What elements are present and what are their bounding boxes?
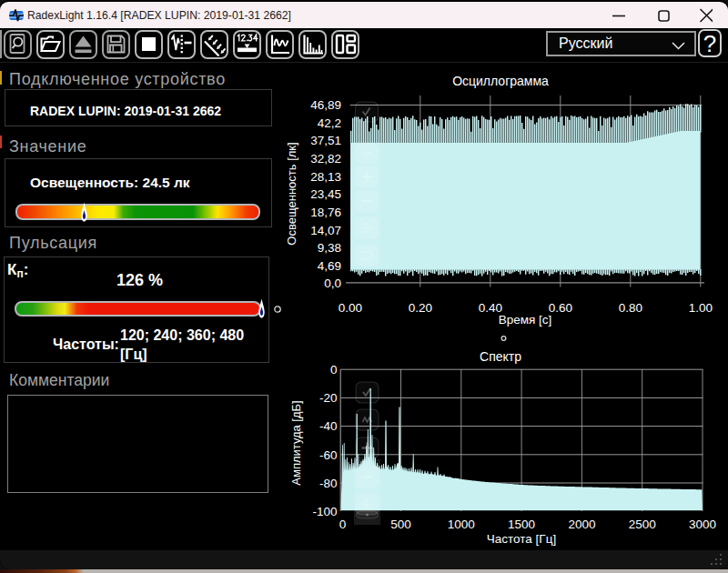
- svg-text:9,38: 9,38: [318, 241, 341, 255]
- svg-text:-60: -60: [319, 448, 338, 462]
- svg-text:0,0: 0,0: [324, 276, 341, 290]
- svg-text:-100: -100: [312, 505, 337, 518]
- svg-text:1500: 1500: [508, 518, 535, 531]
- svg-text:4,69: 4,69: [318, 259, 341, 273]
- svg-text:Частота [Гц]: Частота [Гц]: [487, 532, 556, 546]
- svg-text:0.00: 0.00: [339, 301, 362, 315]
- svg-text:0: 0: [339, 518, 347, 531]
- svg-text:32,82: 32,82: [310, 152, 341, 166]
- svg-text:1.00: 1.00: [689, 301, 713, 315]
- svg-text:14,07: 14,07: [310, 224, 341, 237]
- svg-text:18,76: 18,76: [310, 206, 341, 219]
- svg-text:Осциллограмма: Осциллограмма: [452, 74, 549, 88]
- svg-text:Спектр: Спектр: [480, 349, 521, 364]
- svg-text:-20: -20: [319, 391, 338, 405]
- svg-text:0.60: 0.60: [549, 301, 572, 315]
- svg-text:0: 0: [330, 363, 338, 377]
- svg-text:500: 500: [390, 518, 411, 531]
- svg-text:3000: 3000: [689, 518, 716, 531]
- svg-text:1000: 1000: [448, 518, 475, 531]
- svg-text:0.20: 0.20: [409, 301, 432, 315]
- svg-text:2500: 2500: [629, 518, 656, 531]
- svg-text:Амплитуда [дБ]: Амплитуда [дБ]: [289, 400, 303, 485]
- svg-text:46,89: 46,89: [310, 98, 341, 112]
- svg-text:Освещенность [лк]: Освещенность [лк]: [285, 142, 298, 245]
- svg-text:-80: -80: [319, 477, 338, 490]
- svg-text:28,13: 28,13: [310, 170, 341, 184]
- svg-text:2000: 2000: [568, 518, 595, 531]
- svg-text:-40: -40: [319, 419, 338, 433]
- svg-text:23,45: 23,45: [310, 187, 341, 201]
- svg-text:37,51: 37,51: [310, 134, 341, 147]
- svg-text:0.80: 0.80: [619, 301, 642, 315]
- svg-text:42,2: 42,2: [318, 116, 341, 130]
- svg-text:Время [с]: Время [с]: [499, 313, 552, 327]
